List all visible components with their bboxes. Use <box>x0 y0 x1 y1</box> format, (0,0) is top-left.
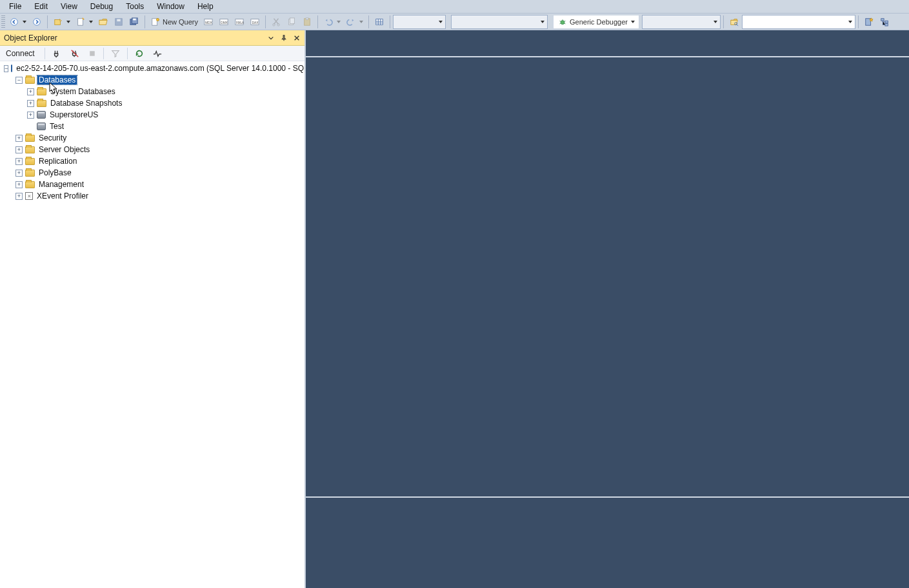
mdx-icon: MDX <box>203 17 214 27</box>
new-query-button[interactable]: New Query <box>148 15 201 29</box>
menu-file[interactable]: File <box>3 1 28 12</box>
xmla-query-button[interactable]: XMLA <box>232 15 247 29</box>
object-explorer-titlebar[interactable]: Object Explorer <box>0 30 305 46</box>
tree-label: Management <box>37 180 85 189</box>
database-icon <box>37 122 46 130</box>
save-all-button[interactable] <box>126 15 142 29</box>
expand-toggle[interactable]: + <box>15 146 23 153</box>
tree-node-server[interactable]: − ec2-52-14-205-70.us-east-2.compute.ama… <box>0 63 305 74</box>
svg-rect-22 <box>290 17 294 23</box>
window-position-button[interactable] <box>266 33 276 43</box>
expand-toggle[interactable]: + <box>15 193 23 200</box>
dmx-query-button[interactable]: DMX <box>216 15 232 29</box>
tree-node-replication[interactable]: + Replication <box>0 155 305 167</box>
filter-button[interactable] <box>108 47 123 60</box>
tree-node-system-databases[interactable]: + System Databases <box>0 86 305 97</box>
registered-servers-button[interactable] <box>861 15 877 29</box>
connect-oe-button[interactable] <box>49 47 65 60</box>
plug-icon <box>52 49 61 58</box>
debug-target-label: Generic Debugger <box>570 18 628 26</box>
menu-view[interactable]: View <box>54 1 84 12</box>
close-panel-button[interactable] <box>292 33 302 43</box>
tree-node-database-snapshots[interactable]: + Database Snapshots <box>0 97 305 109</box>
menu-help[interactable]: Help <box>191 1 220 12</box>
tree-node-polybase[interactable]: + PolyBase <box>0 167 305 179</box>
client-area: Object Explorer Connect <box>0 30 909 588</box>
menu-debug[interactable]: Debug <box>84 1 119 12</box>
copy-button[interactable] <box>284 15 299 29</box>
tree-label: System Databases <box>49 87 117 96</box>
debug-target-button[interactable]: Generic Debugger <box>553 15 639 29</box>
object-explorer-tree[interactable]: − ec2-52-14-205-70.us-east-2.compute.ama… <box>0 61 305 588</box>
folder-icon <box>25 170 35 177</box>
menu-window[interactable]: Window <box>150 1 191 12</box>
svg-point-26 <box>561 20 564 24</box>
expand-toggle[interactable]: + <box>15 135 23 142</box>
dax-query-button[interactable]: DAX <box>247 15 263 29</box>
arrow-right-icon <box>32 17 42 27</box>
server-star-icon <box>864 17 874 27</box>
folder-icon <box>25 158 35 165</box>
tree-node-test[interactable]: Test <box>0 121 305 132</box>
new-item-button[interactable] <box>73 15 95 29</box>
toolbar-separator <box>45 48 45 59</box>
disconnect-button[interactable] <box>67 47 83 60</box>
svg-text:DMX: DMX <box>221 21 228 24</box>
stop-button[interactable] <box>85 47 99 60</box>
chevron-down-icon <box>541 21 544 23</box>
redo-button[interactable] <box>343 15 366 29</box>
refresh-button[interactable] <box>132 47 147 60</box>
mdx-query-button[interactable]: MDX <box>201 15 216 29</box>
menu-edit[interactable]: Edit <box>28 1 54 12</box>
copy-icon <box>286 17 297 27</box>
toolbar-separator <box>145 15 145 28</box>
quick-find-combo[interactable] <box>742 15 855 29</box>
filter-icon <box>111 49 120 58</box>
tree-node-databases[interactable]: − Databases <box>0 74 305 86</box>
find-in-files-button[interactable] <box>726 15 742 29</box>
svg-rect-8 <box>133 18 135 20</box>
undo-button[interactable] <box>321 15 343 29</box>
svg-rect-5 <box>117 19 120 21</box>
paste-button[interactable] <box>299 15 315 29</box>
tree-node-superstoreus[interactable]: + SuperstoreUS <box>0 109 305 121</box>
expand-toggle[interactable]: + <box>15 170 23 177</box>
debug-process-combo[interactable] <box>642 15 721 29</box>
svg-point-10 <box>156 18 159 21</box>
tree-node-server-objects[interactable]: + Server Objects <box>0 144 305 155</box>
save-button[interactable] <box>111 15 126 29</box>
menubar: File Edit View Debug Tools Window Help <box>0 0 909 13</box>
expand-toggle[interactable]: + <box>15 181 23 188</box>
close-icon <box>294 35 300 41</box>
activity-monitor-button[interactable] <box>372 15 387 29</box>
undo-icon <box>323 17 334 27</box>
solution-platforms-combo[interactable] <box>451 15 548 29</box>
expand-toggle[interactable]: + <box>27 88 34 95</box>
activity-button[interactable] <box>150 47 165 60</box>
quick-find-input[interactable] <box>745 17 844 26</box>
svg-rect-3 <box>78 18 83 25</box>
expand-toggle[interactable]: + <box>27 100 34 107</box>
object-explorer-button[interactable] <box>877 15 892 29</box>
tab-well-top[interactable] <box>306 30 909 56</box>
tree-node-xevent-profiler[interactable]: + ⨉ XEvent Profiler <box>0 190 305 202</box>
tree-node-security[interactable]: + Security <box>0 132 305 144</box>
expand-toggle[interactable]: + <box>27 112 34 119</box>
nav-forward-button[interactable] <box>29 15 45 29</box>
tree-label: Databases <box>37 75 77 84</box>
connect-button[interactable]: Connect <box>3 47 41 60</box>
collapse-toggle[interactable]: − <box>15 77 23 84</box>
cut-button[interactable] <box>268 15 284 29</box>
menu-tools[interactable]: Tools <box>119 1 150 12</box>
solution-configurations-combo[interactable] <box>393 15 446 29</box>
new-project-button[interactable] <box>50 15 73 29</box>
svg-rect-25 <box>376 19 383 24</box>
tree-node-management[interactable]: + Management <box>0 179 305 190</box>
auto-hide-button[interactable] <box>279 33 289 43</box>
nav-back-button[interactable] <box>6 15 29 29</box>
chevron-down-icon <box>89 21 93 23</box>
svg-rect-30 <box>885 21 888 23</box>
open-file-button[interactable] <box>95 15 111 29</box>
expand-toggle[interactable]: + <box>15 158 23 165</box>
collapse-toggle[interactable]: − <box>4 65 8 72</box>
